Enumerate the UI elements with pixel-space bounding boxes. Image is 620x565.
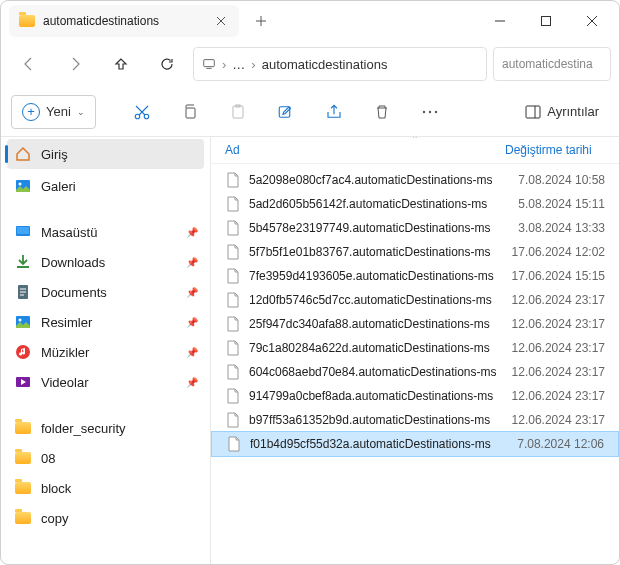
search-input[interactable]: automaticdestina [493,47,611,81]
file-row[interactable]: 25f947dc340afa88.automaticDestinations-m… [211,312,619,336]
up-button[interactable] [101,46,141,82]
sidebar-item-folder[interactable]: 08 [1,443,210,473]
minimize-button[interactable] [477,5,523,37]
file-name: 7fe3959d4193605e.automaticDestinations-m… [249,269,504,283]
sidebar-item-folder[interactable]: copy [1,503,210,533]
ellipsis-icon[interactable]: … [232,57,245,72]
pin-icon: 📌 [186,377,198,388]
folder-icon [19,13,35,29]
maximize-button[interactable] [523,5,569,37]
sidebar-item-folder[interactable]: folder_security [1,413,210,443]
file-icon [225,220,241,236]
new-button[interactable]: + Yeni ⌄ [11,95,96,129]
window-controls [477,5,615,37]
svg-point-18 [19,319,22,322]
file-icon [225,412,241,428]
pc-icon [202,57,216,71]
svg-point-10 [435,110,437,112]
more-button[interactable] [410,94,450,130]
file-name: 604c068aebd70e84.automaticDestinations-m… [249,365,504,379]
pin-icon: 📌 [186,227,198,238]
svg-point-8 [423,110,425,112]
folder-icon [15,510,31,526]
file-date: 3.08.2024 13:33 [518,221,605,235]
file-row[interactable]: 5ad2d605b56142f.automaticDestinations-ms… [211,192,619,216]
file-row[interactable]: 5f7b5f1e01b83767.automaticDestinations-m… [211,240,619,264]
file-name: 79c1a80284a622d.automaticDestinations-ms [249,341,504,355]
file-row[interactable]: 7fe3959d4193605e.automaticDestinations-m… [211,264,619,288]
file-row[interactable]: f01b4d95cf55d32a.automaticDestinations-m… [211,431,619,457]
file-name: 914799a0cbef8ada.automaticDestinations-m… [249,389,504,403]
column-date[interactable]: Değiştirme tarihi [505,143,605,157]
back-button[interactable] [9,46,49,82]
plus-icon: + [22,103,40,121]
rename-button[interactable] [266,94,306,130]
sidebar-item-music[interactable]: Müzikler 📌 [1,337,210,367]
breadcrumb-current[interactable]: automaticdestinations [262,57,388,72]
chevron-down-icon: ⌄ [77,107,85,117]
svg-rect-11 [526,106,540,118]
file-row[interactable]: 5a2098e080cf7ac4.automaticDestinations-m… [211,168,619,192]
sidebar-item-home[interactable]: Giriş [7,139,204,169]
file-date: 7.08.2024 10:58 [518,173,605,187]
file-date: 12.06.2024 23:17 [512,365,605,379]
close-window-button[interactable] [569,5,615,37]
file-icon [226,436,242,452]
file-date: 12.06.2024 23:17 [512,293,605,307]
file-row[interactable]: 79c1a80284a622d.automaticDestinations-ms… [211,336,619,360]
file-row[interactable]: 604c068aebd70e84.automaticDestinations-m… [211,360,619,384]
sidebar-item-videos[interactable]: Videolar 📌 [1,367,210,397]
sidebar-item-folder[interactable]: block [1,473,210,503]
file-icon [225,316,241,332]
file-row[interactable]: 914799a0cbef8ada.automaticDestinations-m… [211,384,619,408]
forward-button[interactable] [55,46,95,82]
documents-icon [15,284,31,300]
share-button[interactable] [314,94,354,130]
breadcrumb[interactable]: › … › automaticdestinations [193,47,487,81]
paste-button[interactable] [218,94,258,130]
sidebar: Giriş Galeri Masaüstü 📌 Downloads 📌 Docu… [1,137,211,564]
file-row[interactable]: 12d0fb5746c5d7cc.automaticDestinations-m… [211,288,619,312]
downloads-icon [15,254,31,270]
file-name: b97ff53a61352b9d.automaticDestinations-m… [249,413,504,427]
column-name[interactable]: Ad [225,143,505,157]
file-icon [225,388,241,404]
file-date: 12.06.2024 23:17 [512,413,605,427]
copy-button[interactable] [170,94,210,130]
file-row[interactable]: 5b4578e23197749.automaticDestinations-ms… [211,216,619,240]
file-icon [225,172,241,188]
svg-point-13 [19,183,22,186]
music-icon [15,344,31,360]
panel-icon [525,104,541,120]
sidebar-item-gallery[interactable]: Galeri [1,171,210,201]
sort-indicator-icon: ⌃ [411,137,419,144]
new-tab-button[interactable] [245,5,277,37]
file-icon [225,364,241,380]
sidebar-item-desktop[interactable]: Masaüstü 📌 [1,217,210,247]
active-tab[interactable]: automaticdestinations [9,5,239,37]
tab-title: automaticdestinations [43,14,205,28]
file-name: f01b4d95cf55d32a.automaticDestinations-m… [250,437,509,451]
file-icon [225,340,241,356]
file-list: 5a2098e080cf7ac4.automaticDestinations-m… [211,164,619,460]
svg-point-9 [429,110,431,112]
file-date: 12.06.2024 23:17 [512,317,605,331]
chevron-right-icon: › [222,57,226,72]
file-name: 5f7b5f1e01b83767.automaticDestinations-m… [249,245,504,259]
file-row[interactable]: b97ff53a61352b9d.automaticDestinations-m… [211,408,619,432]
sidebar-item-pictures[interactable]: Resimler 📌 [1,307,210,337]
file-icon [225,292,241,308]
file-date: 17.06.2024 15:15 [512,269,605,283]
sidebar-item-documents[interactable]: Documents 📌 [1,277,210,307]
close-tab-button[interactable] [213,13,229,29]
gallery-icon [15,178,31,194]
file-date: 12.06.2024 23:17 [512,341,605,355]
pin-icon: 📌 [186,287,198,298]
delete-button[interactable] [362,94,402,130]
cut-button[interactable] [122,94,162,130]
sidebar-item-downloads[interactable]: Downloads 📌 [1,247,210,277]
details-button[interactable]: Ayrıntılar [515,100,609,124]
pictures-icon [15,314,31,330]
refresh-button[interactable] [147,46,187,82]
folder-icon [15,450,31,466]
